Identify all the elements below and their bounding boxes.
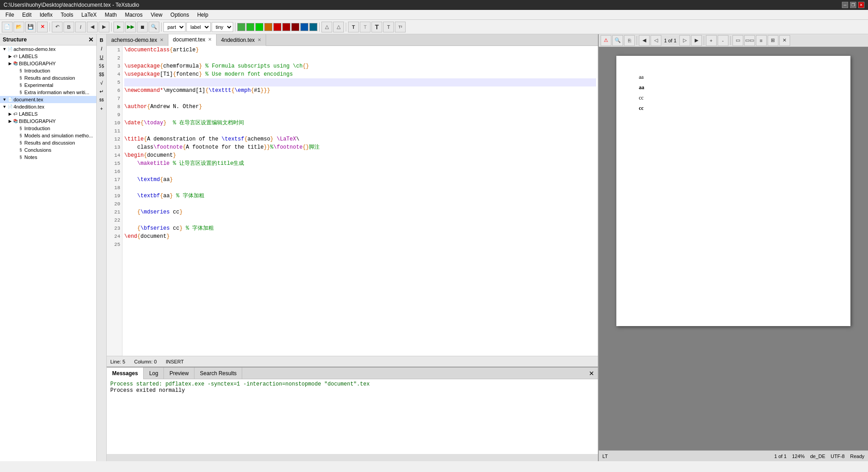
fmt-italic-btn[interactable]: I [98,45,106,53]
tree-intro-2[interactable]: § Introduction [0,125,96,132]
code-line-15[interactable]: \maketitle % 让导言区设置的title生成 [124,159,596,168]
tab-close-4nd[interactable]: ✕ [258,37,261,42]
code-line-8[interactable]: \author{Andrew N. Other} [124,103,596,111]
pdf-prev2-btn[interactable]: ◁ [651,35,661,46]
text-T2[interactable]: T [360,22,371,32]
code-line-25[interactable] [124,241,596,249]
new-btn[interactable]: 📄 [2,22,13,32]
tab-achemso[interactable]: achemso-demo.tex ✕ [107,34,168,46]
minimize-btn[interactable]: ─ [842,2,848,8]
code-line-2[interactable] [124,54,596,62]
arrow-right-btn[interactable]: ▶ [99,22,109,32]
color-btn-7[interactable] [291,23,299,31]
expand-icon-bib2[interactable]: ▶ [7,119,13,123]
code-line-19[interactable]: \textbf{aa} % 字体加粗 [124,192,596,200]
menu-help[interactable]: Help [194,11,212,19]
tree-bib-1[interactable]: ▶ 📚 BIBLIOGRAPHY [0,60,96,67]
error-btn[interactable]: ✕ [37,22,48,32]
pdf-zoom-in-btn[interactable]: + [706,35,717,46]
tree-experimental-1[interactable]: § Experimental [0,82,96,89]
code-line-4[interactable]: \usepackage[T1]{fontenc} % Use modern fo… [124,70,596,78]
close-btn[interactable]: ✕ [858,2,864,8]
pdf-next-btn[interactable]: ▷ [679,35,690,46]
menu-view[interactable]: View [147,11,166,19]
label-select[interactable]: label [186,22,211,32]
tree-labels-1[interactable]: ▶ 🏷 LABELS [0,53,96,60]
tree-file-4nd[interactable]: ▼ 📄 4ndedition.tex [0,103,96,110]
menu-tools[interactable]: Tools [57,11,77,19]
color-btn-9[interactable] [309,23,317,31]
code-line-17[interactable]: \textmd{aa} [124,176,596,184]
tri-up-btn[interactable]: △ [321,22,332,32]
code-line-9[interactable] [124,111,596,119]
code-line-20[interactable] [124,200,596,208]
color-btn-5[interactable] [273,23,281,31]
code-line-13[interactable]: class\footnote{A footnote for the title}… [124,143,596,151]
tab-4nd[interactable]: 4ndedition.tex ✕ [217,34,266,46]
code-line-22[interactable] [124,216,596,224]
pdf-close-btn[interactable]: ✕ [779,35,790,46]
bold-btn[interactable]: B [63,22,74,32]
tree-file-document[interactable]: ▼ 📄 document.tex [0,96,96,103]
code-line-14[interactable]: \begin{document} [124,151,596,159]
build-btn[interactable]: ▶▶ [125,22,136,32]
code-line-23[interactable]: {\bfseries cc} % 字体加粗 [124,224,596,232]
code-content[interactable]: \documentclass{article} \usepackage{chem… [122,46,598,356]
tree-results-1[interactable]: § Results and discussion [0,74,96,82]
code-editor[interactable]: 1234567891011121314151617181920212223242… [107,46,598,356]
superscript-btn[interactable]: T² [395,22,406,32]
code-line-5[interactable] [124,78,596,86]
fmt-math-btn[interactable]: $$ [98,70,106,78]
menu-file[interactable]: File [2,11,18,19]
tab-close-achemso[interactable]: ✕ [160,37,163,42]
code-line-1[interactable]: \documentclass{article} [124,46,596,54]
code-line-7[interactable] [124,95,596,103]
tree-file-achemso[interactable]: ▼ 📄 achemso-demo.tex [0,45,96,53]
menu-options[interactable]: Options [167,11,193,19]
color-btn-4[interactable] [264,23,272,31]
expand-icon-bib1[interactable]: ▶ [7,61,13,66]
code-line-16[interactable] [124,168,596,176]
fmt-underline-btn[interactable]: U [98,53,106,61]
part-select[interactable]: part [163,22,185,32]
color-btn-8[interactable] [300,23,308,31]
fmt-texttt-btn[interactable]: S$ [98,62,106,70]
fmt-arrow-btn[interactable]: ↵ [98,87,106,95]
code-line-3[interactable]: \usepackage{chemformula} % Formula subsc… [124,62,596,70]
search-btn[interactable]: 🔍 [149,22,159,32]
menu-math[interactable]: Math [101,11,121,19]
color-btn-3[interactable] [255,23,263,31]
code-line-21[interactable]: {\mdseries cc} [124,208,596,216]
tree-conclusions[interactable]: § Conclusions [0,146,96,154]
stop-btn[interactable]: ⏹ [137,22,148,32]
expand-icon-achemso[interactable]: ▼ [2,47,7,51]
menu-edit[interactable]: Edit [18,11,35,19]
menu-idefix[interactable]: Idefix [36,11,56,19]
text-T3[interactable]: T [371,22,382,32]
color-btn-6[interactable] [282,23,290,31]
code-line-10[interactable]: \date{\today} % 在导言区设置编辑文档时间 [124,119,596,127]
fmt-plus-btn[interactable]: + [98,104,106,113]
fmt-sub-btn[interactable]: $$ [98,96,106,104]
text-T1[interactable]: T [348,22,359,32]
code-line-24[interactable]: \end{document} [124,232,596,241]
pdf-search-btn[interactable]: 🔍 [612,35,623,46]
italic-btn[interactable]: I [75,22,86,32]
structure-close-btn[interactable]: ✕ [88,36,94,43]
tree-results-2[interactable]: § Results and discussion [0,139,96,146]
pdf-double-btn[interactable]: ▭▭ [744,35,755,46]
color-btn-1[interactable] [237,23,245,31]
tab-close-document[interactable]: ✕ [208,37,212,42]
fmt-sqrt-btn[interactable]: √ [98,79,106,87]
tree-extrainfo[interactable]: § Extra information when writi... [0,89,96,96]
menu-latex[interactable]: LaTeX [78,11,100,19]
pdf-single-btn[interactable]: ▭ [732,35,743,46]
pdf-prev-btn[interactable]: ◀ [639,35,650,46]
expand-icon-4nd[interactable]: ▼ [2,104,7,109]
code-line-11[interactable] [124,127,596,135]
pdf-sidebar-btn[interactable]: ⊞ [768,35,778,46]
open-btn[interactable]: 📂 [14,22,24,32]
expand-icon-labels1[interactable]: ▶ [7,54,13,59]
code-line-6[interactable]: \newcommand*\mycommand[1]{\texttt{\emph{… [124,86,596,95]
undo-btn[interactable]: ↶ [52,22,63,32]
